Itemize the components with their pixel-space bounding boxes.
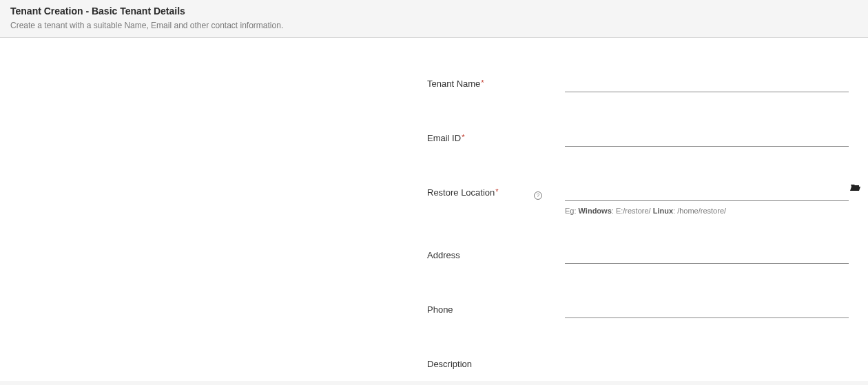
address-input[interactable] [565, 247, 849, 264]
page-title: Tenant Creation - Basic Tenant Details [10, 6, 858, 17]
label-tenant-name: Tenant Name* [427, 76, 534, 89]
tenant-form: Tenant Name* Email ID* Restore Location*… [0, 38, 868, 369]
row-phone: Phone [427, 302, 861, 318]
restore-location-input[interactable] [565, 185, 849, 201]
label-address: Address [427, 247, 534, 260]
tenant-name-input[interactable] [565, 76, 849, 92]
restore-location-hint: Eg: Windows: E:/restore/ Linux: /home/re… [565, 207, 849, 215]
phone-input[interactable] [565, 302, 849, 318]
label-description: Description [427, 356, 534, 369]
row-tenant-name: Tenant Name* [427, 76, 861, 92]
required-mark: * [495, 187, 498, 196]
row-email-id: Email ID* [427, 130, 861, 147]
label-email-id: Email ID* [427, 130, 534, 143]
required-mark: * [481, 79, 484, 87]
row-address: Address [427, 247, 861, 264]
page-header: Tenant Creation - Basic Tenant Details C… [0, 0, 868, 38]
help-icon[interactable]: ? [534, 191, 542, 200]
required-mark: * [462, 133, 464, 141]
row-restore-location: Restore Location* ? Eg: Windows: E:/rest… [427, 185, 861, 215]
page-subtitle: Create a tenant with a suitable Name, Em… [10, 21, 858, 30]
row-description: Description [427, 356, 861, 369]
label-phone: Phone [427, 302, 534, 315]
bottom-bar [0, 381, 868, 385]
label-restore-location: Restore Location* [427, 185, 534, 198]
email-id-input[interactable] [565, 130, 849, 147]
folder-open-icon[interactable] [850, 183, 861, 195]
